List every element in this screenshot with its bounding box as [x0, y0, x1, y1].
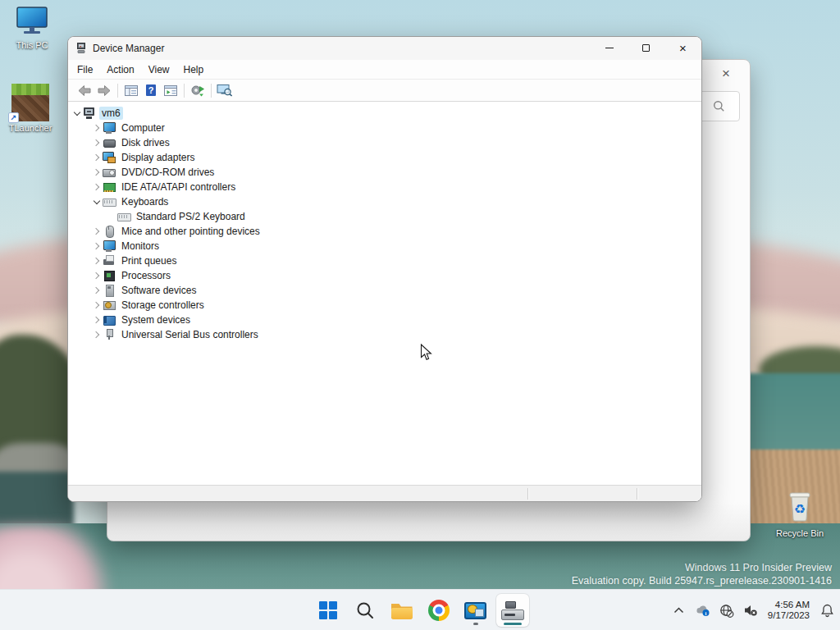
- tree-item-label: vm6: [99, 107, 123, 120]
- chevron-right-icon[interactable]: [91, 244, 103, 249]
- tree-item-label: Storage controllers: [119, 299, 207, 312]
- scan-hardware-changes-button[interactable]: [215, 81, 235, 99]
- search-icon: [355, 600, 375, 620]
- desktop: This PC ↗ TLauncher ♻ Recycle Bin Window…: [0, 0, 840, 630]
- tree-item-monitors[interactable]: Monitors: [68, 239, 701, 253]
- desktop-icon-label: TLauncher: [0, 123, 61, 133]
- tree-item-label: Processors: [119, 269, 173, 282]
- tree-item-storage-controllers[interactable]: Storage controllers: [68, 298, 701, 313]
- tree-item-print-queues[interactable]: Print queues: [68, 253, 701, 268]
- chevron-right-icon[interactable]: [91, 273, 103, 278]
- taskbar-clock[interactable]: 4:56 AM 9/17/2023: [766, 600, 811, 622]
- tree-item-standard-ps2-keyboard[interactable]: Standard PS/2 Keyboard: [68, 209, 701, 224]
- recycle-bin-icon: ♻: [786, 489, 814, 523]
- volume-muted-icon[interactable]: [742, 599, 759, 622]
- tree-item-label: Computer: [119, 121, 167, 135]
- device-manager-window: Device Manager × File Action View Help: [67, 36, 702, 502]
- tree-item-ide-controllers[interactable]: IDE ATA/ATAPI controllers: [68, 180, 701, 194]
- device-manager-taskbar-button[interactable]: [496, 594, 529, 627]
- chevron-right-icon[interactable]: [91, 126, 103, 130]
- tree-item-mice[interactable]: Mice and other pointing devices: [68, 224, 701, 239]
- close-button[interactable]: ×: [664, 37, 701, 59]
- mouse-icon: [103, 226, 116, 237]
- update-driver-button[interactable]: [188, 81, 208, 99]
- tree-item-software-devices[interactable]: Software devices: [68, 283, 701, 298]
- menu-view[interactable]: View: [142, 62, 176, 78]
- watermark-line2: Evaluation copy. Build 25947.rs_prerelea…: [572, 574, 832, 587]
- svg-text:i: i: [705, 610, 706, 616]
- tree-item-usb-controllers[interactable]: Universal Serial Bus controllers: [68, 327, 701, 342]
- device-tree: vm6 Computer Disk drives Display adapter…: [68, 102, 701, 485]
- chevron-down-icon[interactable]: [71, 110, 83, 116]
- tree-item-label: IDE ATA/ATAPI controllers: [119, 180, 238, 194]
- tree-item-disk-drives[interactable]: Disk drives: [68, 135, 701, 150]
- tree-item-dvd-cdrom-drives[interactable]: DVD/CD-ROM drives: [68, 165, 701, 180]
- title-bar[interactable]: Device Manager ×: [68, 37, 701, 60]
- network-no-internet-icon[interactable]: [719, 599, 735, 622]
- chevron-down-icon[interactable]: [91, 199, 103, 205]
- computer-icon: [103, 122, 116, 134]
- forward-button[interactable]: [94, 81, 114, 99]
- close-icon[interactable]: ×: [714, 63, 738, 84]
- tree-item-computer[interactable]: Computer: [68, 121, 701, 135]
- chevron-right-icon[interactable]: [91, 258, 103, 263]
- maximize-button[interactable]: [628, 37, 664, 59]
- chevron-right-icon[interactable]: [91, 185, 103, 189]
- chevron-right-icon[interactable]: [91, 170, 103, 175]
- chrome-button[interactable]: [422, 594, 455, 627]
- watermark-line1: Windows 11 Pro Insider Preview: [572, 561, 832, 574]
- active-window-indicator: [504, 623, 522, 625]
- desktop-icon-this-pc[interactable]: This PC: [2, 7, 62, 50]
- chevron-right-icon[interactable]: [91, 288, 103, 293]
- toolbar-separator: [117, 84, 118, 98]
- chevron-right-icon[interactable]: [91, 332, 103, 337]
- chevron-right-icon[interactable]: [91, 155, 103, 160]
- tree-item-label: Display adapters: [119, 151, 197, 164]
- this-pc-icon: [14, 7, 50, 35]
- menu-file[interactable]: File: [71, 62, 99, 78]
- tree-item-display-adapters[interactable]: Display adapters: [68, 150, 701, 165]
- chevron-right-icon[interactable]: [91, 229, 103, 234]
- tree-item-system-devices[interactable]: System devices: [68, 313, 701, 327]
- tree-item-label: Disk drives: [119, 136, 172, 149]
- tree-item-label: Keyboards: [119, 195, 171, 208]
- status-bar-divider: [637, 488, 637, 500]
- tlauncher-minecraft-icon: ↗: [11, 84, 49, 121]
- desktop-icon-recycle-bin[interactable]: ♻ Recycle Bin: [769, 489, 830, 538]
- device-manager-icon: [501, 601, 524, 620]
- system-device-icon: [103, 314, 116, 326]
- device-manager-app-icon: [75, 43, 87, 54]
- notification-bell-icon[interactable]: [819, 599, 835, 622]
- show-console-tree-button[interactable]: [121, 81, 141, 99]
- keyboard-icon: [117, 211, 130, 222]
- chevron-right-icon[interactable]: [91, 140, 103, 145]
- help-button[interactable]: ?: [141, 81, 161, 99]
- tree-item-label: Monitors: [119, 240, 162, 253]
- chevron-right-icon[interactable]: [91, 303, 103, 308]
- start-button[interactable]: [312, 594, 345, 627]
- tree-item-keyboards[interactable]: Keyboards: [68, 194, 701, 209]
- tree-item-label: DVD/CD-ROM drives: [119, 166, 217, 179]
- show-action-pane-button[interactable]: [161, 81, 180, 99]
- software-device-icon: [103, 285, 116, 296]
- cdrom-drive-icon: [103, 167, 116, 178]
- tree-item-label: System devices: [119, 313, 193, 326]
- display-adapter-icon: [103, 152, 116, 163]
- tree-item-vm6[interactable]: vm6: [68, 106, 701, 121]
- menu-help[interactable]: Help: [177, 62, 211, 78]
- windows-watermark: Windows 11 Pro Insider Preview Evaluatio…: [572, 561, 832, 587]
- system-tray: i 4:56: [671, 590, 835, 630]
- file-explorer-button[interactable]: [386, 594, 418, 627]
- ide-controller-icon: [103, 181, 116, 193]
- minimize-button[interactable]: [591, 37, 628, 59]
- menu-action[interactable]: Action: [100, 62, 140, 78]
- desktop-icon-tlauncher[interactable]: ↗ TLauncher: [0, 84, 61, 133]
- chevron-right-icon[interactable]: [91, 317, 103, 322]
- tray-overflow-chevron-icon[interactable]: [671, 599, 687, 622]
- tree-item-processors[interactable]: Processors: [68, 268, 701, 283]
- taskbar-search-button[interactable]: [349, 594, 381, 627]
- onedrive-cloud-icon[interactable]: i: [695, 599, 711, 622]
- back-button[interactable]: [75, 81, 94, 99]
- usb-controller-icon: [103, 329, 116, 340]
- system-app-button[interactable]: [459, 594, 492, 627]
